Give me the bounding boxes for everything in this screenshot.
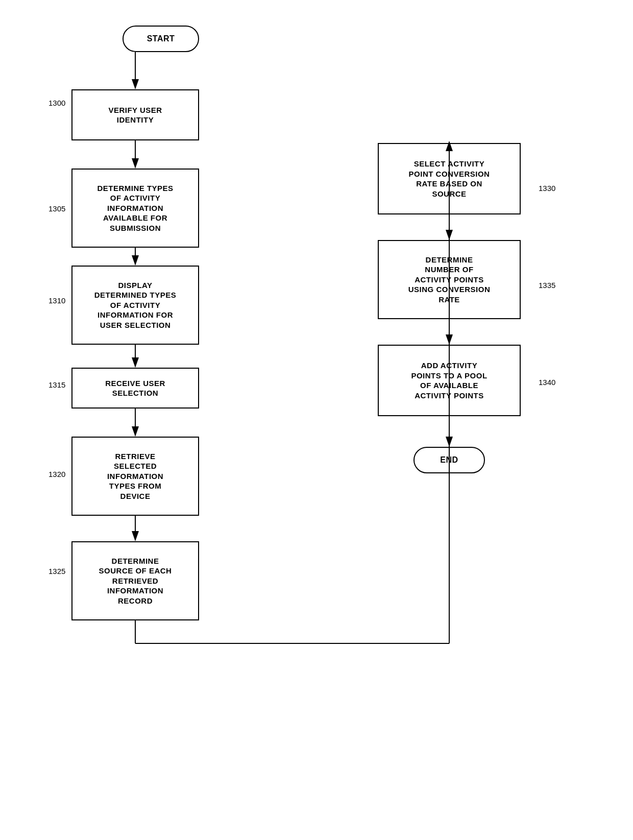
- end-terminal: END: [413, 447, 485, 473]
- box-1335: DETERMINENUMBER OFACTIVITY POINTSUSING C…: [378, 240, 521, 319]
- box-1340: ADD ACTIVITYPOINTS TO A POOLOF AVAILABLE…: [378, 345, 521, 416]
- label-1320: 1320: [48, 470, 65, 478]
- flowchart-diagram: START 1300 VERIFY USERIDENTITY 1305 DETE…: [0, 0, 633, 840]
- box-1325: DETERMINESOURCE OF EACHRETRIEVEDINFORMAT…: [71, 541, 199, 620]
- start-terminal: START: [123, 26, 199, 52]
- box-1300: VERIFY USERIDENTITY: [71, 89, 199, 140]
- label-1310: 1310: [48, 296, 65, 305]
- box-1305: DETERMINE TYPESOF ACTIVITYINFORMATIONAVA…: [71, 169, 199, 248]
- label-1315: 1315: [48, 380, 65, 389]
- label-1325: 1325: [48, 567, 65, 575]
- box-1320: RETRIEVESELECTEDINFORMATIONTYPES FROMDEV…: [71, 437, 199, 516]
- box-1310: DISPLAYDETERMINED TYPESOF ACTIVITYINFORM…: [71, 266, 199, 345]
- box-1315: RECEIVE USERSELECTION: [71, 368, 199, 409]
- label-1305: 1305: [48, 204, 65, 213]
- label-1300: 1300: [48, 99, 65, 107]
- box-1330: SELECT ACTIVITYPOINT CONVERSIONRATE BASE…: [378, 143, 521, 214]
- label-1335: 1335: [539, 281, 555, 290]
- label-1330: 1330: [539, 184, 555, 193]
- label-1340: 1340: [539, 378, 555, 387]
